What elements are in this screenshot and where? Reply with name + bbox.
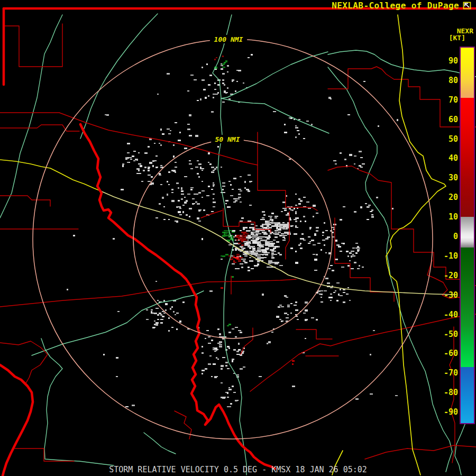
colorbar-tick-label: -90 xyxy=(435,407,458,417)
colorbar-tick-label: -30 xyxy=(435,290,458,300)
velocity-colorbar xyxy=(460,47,475,424)
radar-map-canvas: 100 NMI50 NMI xyxy=(0,0,476,476)
colorbar-tick-label: 80 xyxy=(435,76,458,85)
external-link-arrow-icon[interactable] xyxy=(463,2,472,10)
product-caption: STORM RELATIVE VELOCITY 0.5 DEG - KMSX 1… xyxy=(109,465,367,474)
colorbar-tick-label: -70 xyxy=(435,368,458,378)
colorbar-title: NEXR [KT] xyxy=(449,28,473,41)
colorbar-tick-label: 40 xyxy=(435,153,458,163)
velocity-echo-field xyxy=(67,54,398,407)
highway-lines xyxy=(0,15,456,475)
colorbar-tick-label: -20 xyxy=(435,271,458,280)
colorbar-tick-label: 0 xyxy=(435,232,458,241)
colorbar-tick-label: 70 xyxy=(435,95,458,105)
colorbar-tick-label: 90 xyxy=(435,56,458,66)
colorbar-tick-label: -10 xyxy=(435,251,458,261)
svg-text:100 NMI: 100 NMI xyxy=(214,35,243,43)
svg-text:50 NMI: 50 NMI xyxy=(215,135,240,143)
colorbar-tick-label: 50 xyxy=(435,134,458,144)
radar-display: 100 NMI50 NMI NEXLAB-College of DuPage N… xyxy=(0,0,476,476)
colorbar-tick-label: -80 xyxy=(435,388,458,397)
colorbar-tick-label: -40 xyxy=(435,310,458,319)
colorbar-tick-label: -60 xyxy=(435,349,458,358)
banner-title: NEXLAB-College of DuPage xyxy=(332,1,459,11)
colorbar-tick-label: 10 xyxy=(435,212,458,222)
state-boundary-lines xyxy=(0,8,476,476)
colorbar-tick-label: 30 xyxy=(435,173,458,182)
site-banner: NEXLAB-College of DuPage xyxy=(332,1,472,11)
colorbar-tick-label: 20 xyxy=(435,193,458,202)
colorbar-units-label: [KT] xyxy=(449,34,465,41)
colorbar-tick-label: -50 xyxy=(435,329,458,339)
colorbar-tick-label: 60 xyxy=(435,115,458,124)
